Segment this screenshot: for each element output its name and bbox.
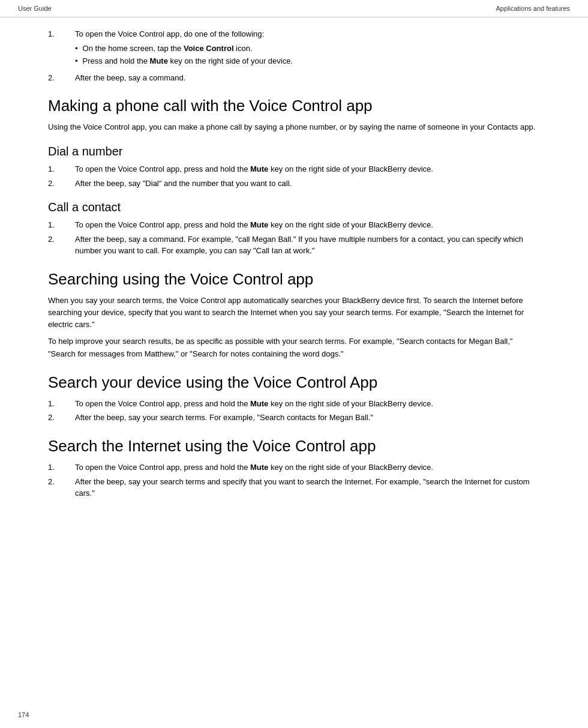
searching-body-2: To help improve your search results, be … — [48, 335, 540, 359]
list-number: 1. — [48, 28, 75, 70]
page-content: 1. To open the Voice Control app, do one… — [0, 17, 588, 523]
list-item: 2. After the beep, say a command. For ex… — [48, 233, 540, 257]
list-number: 1. — [48, 462, 75, 474]
list-content: After the beep, say a command. — [75, 72, 540, 84]
list-content: To open the Voice Control app, press and… — [75, 219, 540, 231]
list-content: To open the Voice Control app, do one of… — [75, 28, 540, 70]
list-item: 2. After the beep, say your search terms… — [48, 412, 540, 424]
list-content: To open the Voice Control app, press and… — [75, 462, 540, 474]
list-content: To open the Voice Control app, press and… — [75, 398, 540, 410]
search-device-steps: 1. To open the Voice Control app, press … — [48, 398, 540, 424]
page-header: User Guide Applications and features — [0, 0, 588, 17]
list-number: 1. — [48, 398, 75, 410]
page-footer: 174 — [18, 711, 29, 718]
list-item: 2. After the beep, say your search terms… — [48, 476, 540, 499]
search-internet-heading: Search the Internet using the Voice Cont… — [48, 437, 540, 456]
list-item: 1. To open the Voice Control app, press … — [48, 462, 540, 474]
header-left: User Guide — [18, 5, 52, 12]
list-content: After the beep, say your search terms an… — [75, 476, 540, 499]
bullet-dot: • — [75, 43, 78, 55]
list-content: To open the Voice Control app, press and… — [75, 163, 540, 175]
list-number: 1. — [48, 163, 75, 175]
searching-heading: Searching using the Voice Control app — [48, 270, 540, 289]
list-item: 1. To open the Voice Control app, do one… — [48, 28, 540, 70]
list-item: 1. To open the Voice Control app, press … — [48, 398, 540, 410]
dial-number-steps: 1. To open the Voice Control app, press … — [48, 163, 540, 189]
list-item: • Press and hold the Mute key on the rig… — [75, 55, 540, 67]
list-item: 2. After the beep, say a command. — [48, 72, 540, 84]
list-item: 1. To open the Voice Control app, press … — [48, 219, 540, 231]
list-item: • On the home screen, tap the Voice Cont… — [75, 43, 540, 55]
call-contact-steps: 1. To open the Voice Control app, press … — [48, 219, 540, 257]
searching-body-1: When you say your search terms, the Voic… — [48, 295, 540, 331]
page-number: 174 — [18, 711, 29, 718]
list-content: After the beep, say "Dial" and the numbe… — [75, 178, 540, 190]
list-item: 1. To open the Voice Control app, press … — [48, 163, 540, 175]
search-device-heading: Search your device using the Voice Contr… — [48, 373, 540, 392]
making-phone-call-body: Using the Voice Control app, you can mak… — [48, 121, 540, 133]
search-internet-steps: 1. To open the Voice Control app, press … — [48, 462, 540, 499]
header-right: Applications and features — [496, 5, 570, 12]
list-number: 2. — [48, 72, 75, 84]
bullet-text: On the home screen, tap the Voice Contro… — [83, 43, 253, 55]
list-content: After the beep, say a command. For examp… — [75, 233, 540, 257]
bullet-dot: • — [75, 55, 78, 67]
list-number: 2. — [48, 476, 75, 499]
dial-number-heading: Dial a number — [48, 144, 540, 158]
making-phone-call-heading: Making a phone call with the Voice Contr… — [48, 97, 540, 115]
call-contact-heading: Call a contact — [48, 200, 540, 214]
list-content: After the beep, say your search terms. F… — [75, 412, 540, 424]
bullet-text: Press and hold the Mute key on the right… — [83, 55, 293, 67]
list-number: 2. — [48, 412, 75, 424]
list-number: 1. — [48, 219, 75, 231]
intro-steps: 1. To open the Voice Control app, do one… — [48, 28, 540, 83]
list-number: 2. — [48, 233, 75, 257]
list-number: 2. — [48, 178, 75, 190]
bullet-list: • On the home screen, tap the Voice Cont… — [75, 43, 540, 67]
list-item: 2. After the beep, say "Dial" and the nu… — [48, 178, 540, 190]
